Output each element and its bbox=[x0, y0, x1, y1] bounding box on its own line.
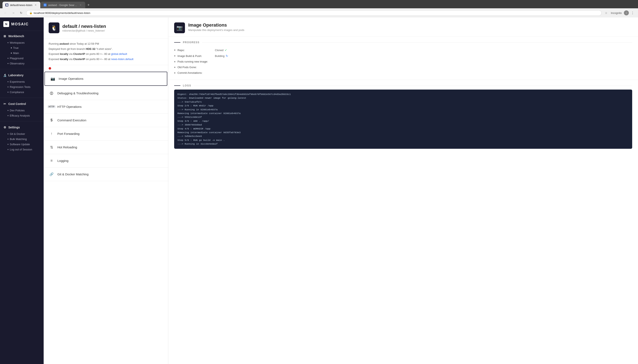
menu-icon[interactable]: ⋮ bbox=[630, 10, 636, 16]
sidebar-item-git-docker[interactable]: ▾ Git & Docker bbox=[0, 131, 44, 136]
logo-text: MOSAIC bbox=[11, 22, 29, 26]
hot-reload-icon: ⇅ bbox=[49, 144, 54, 150]
tab-close-1[interactable]: ✕ bbox=[34, 3, 38, 7]
expose-1-info: Exposed locally via ClusterIP on ports 8… bbox=[49, 52, 163, 57]
sidebar-item-true[interactable]: True bbox=[0, 45, 44, 50]
operation-cmd-exec[interactable]: $ Command Execution bbox=[44, 114, 168, 127]
operation-debug[interactable]: Debugging & Troubleshooting bbox=[44, 87, 168, 100]
branch-info: Deployed from git from branch HDE-32-"t-… bbox=[49, 46, 163, 52]
chevron-bulk-matching: ▾ bbox=[8, 138, 8, 140]
chevron-experiments: ▾ bbox=[8, 80, 8, 83]
address-input[interactable]: 🔒 localhost:9000/deployments/default/new… bbox=[26, 10, 602, 16]
running-info: Running asdasd since Today at 12:59 PM bbox=[49, 41, 163, 46]
log-line: ---> 5d50e5ccbee6 bbox=[178, 134, 629, 138]
sidebar-item-experiments[interactable]: ▾ Experiments bbox=[0, 79, 44, 84]
browser-chrome: 📄 default/news-listen ✕ G asdasd - Googl… bbox=[0, 0, 638, 8]
sidebar: N MOSAIC ⊞ Workbench ▾ Workspaces True bbox=[0, 18, 44, 364]
branch-name: HDE-32 bbox=[86, 47, 95, 50]
chevron-regression: ▾ bbox=[8, 86, 8, 88]
main-label: Main bbox=[13, 52, 19, 55]
image-build-value-text: Building bbox=[215, 54, 224, 58]
sidebar-item-bulk-matching[interactable]: ▾ Bulk Matching bbox=[0, 136, 44, 142]
sidebar-item-cost-control[interactable]: ✂ Cost Control bbox=[0, 100, 44, 108]
forward-button[interactable]: → bbox=[10, 10, 16, 16]
sidebar-item-main[interactable]: Main bbox=[0, 50, 44, 56]
operation-http-ops[interactable]: HTTP HTTP Operations bbox=[44, 100, 168, 114]
progress-item-image-build: Image Build & Push: Building ↻ bbox=[174, 53, 632, 59]
git-docker-match-icon: 🔗 bbox=[49, 172, 54, 177]
log-line: Step 2/6 : RUN mkdir /app bbox=[178, 104, 629, 108]
label-pods-running: Pods running new image: bbox=[178, 60, 215, 63]
repo-value-text: Cloned bbox=[215, 48, 224, 52]
right-panel-subtitle: Manipulate this deployment's images and … bbox=[188, 28, 244, 32]
main-content: 🐧 default / news-listen robonectar@githu… bbox=[44, 18, 638, 364]
log-terminal: Digest: sha256:793ef107402fbed57a9c29941… bbox=[174, 90, 632, 149]
new-tab-button[interactable]: + bbox=[86, 2, 92, 8]
deployment-header: 🐧 default / news-listen robonectar@githu… bbox=[44, 18, 168, 38]
operation-git-docker-match[interactable]: 🔗 Git & Docker Matching bbox=[44, 168, 168, 181]
log-line: Removing intermediate container 92801eb4… bbox=[178, 112, 629, 115]
bullet-pods-running bbox=[174, 61, 176, 62]
sidebar-item-dev-policies[interactable]: ▾ Dev Policies bbox=[0, 108, 44, 113]
label-image-build: Image Build & Push: bbox=[178, 54, 215, 58]
sidebar-section-cost-control: ✂ Cost Control ▾ Dev Policies ▾ Efficacy… bbox=[0, 99, 44, 120]
operation-logging[interactable]: ≡ Logging bbox=[44, 154, 168, 168]
back-button[interactable]: ← bbox=[2, 10, 8, 16]
sidebar-item-observatory[interactable]: ▾ Observatory bbox=[0, 61, 44, 66]
sidebar-item-regression-tests[interactable]: ▾ Regression Tests bbox=[0, 84, 44, 90]
sidebar-item-laboratory[interactable]: 🔬 Laboratory bbox=[0, 72, 44, 79]
debug-label: Debugging & Troubleshooting bbox=[57, 92, 98, 95]
sidebar-item-efficacy-analysis[interactable]: ▾ Efficacy Analysis bbox=[0, 113, 44, 118]
bulk-matching-label: Bulk Matching bbox=[10, 138, 27, 141]
compliance-label: Compliance bbox=[10, 90, 24, 94]
sidebar-section-settings: ⚙ Settings ▾ Git & Docker ▾ Bulk Matchin… bbox=[0, 122, 44, 154]
log-line: ---> 3b097603ddad bbox=[178, 123, 629, 127]
sidebar-item-settings[interactable]: ⚙ Settings bbox=[0, 124, 44, 131]
log-line: Step 4/6 : WORKDIR /app bbox=[178, 127, 629, 131]
center-panel: 🐧 default / news-listen robonectar@githu… bbox=[44, 18, 168, 364]
expose-1-link[interactable]: global.default bbox=[111, 52, 127, 56]
log-line: Digest: sha256:793ef107402fbed57a9c29941… bbox=[178, 92, 629, 96]
deployment-subtitle: robonectar@github / news_listener/ bbox=[62, 29, 106, 32]
svg-point-1 bbox=[51, 93, 52, 94]
tab-close-2[interactable]: ✕ bbox=[79, 3, 82, 7]
browser-tabs: 📄 default/news-listen ✕ G asdasd - Googl… bbox=[2, 2, 636, 8]
right-panel-info: Image Operations Manipulate this deploym… bbox=[188, 22, 244, 32]
operation-port-forward[interactable]: ↑ Port Forwarding bbox=[44, 127, 168, 141]
sidebar-item-software-update[interactable]: ▾ Software Update bbox=[0, 142, 44, 147]
log-line: Step 3/6 : ADD . /app/ bbox=[178, 119, 629, 123]
expose-2-link[interactable]: news-listen.default bbox=[111, 58, 134, 61]
browser-tab-2[interactable]: G asdasd - Google Search ✕ bbox=[41, 2, 85, 8]
http-icon: HTTP bbox=[49, 104, 54, 110]
operation-hot-reload[interactable]: ⇅ Hot Reloading bbox=[44, 141, 168, 154]
bullet-old-pods bbox=[174, 67, 176, 68]
browser-tab-active[interactable]: 📄 default/news-listen ✕ bbox=[2, 2, 40, 8]
browser-extras: ☆ Incognito i ⋮ bbox=[604, 10, 636, 16]
right-panel-icon: 📷 bbox=[174, 22, 185, 33]
profile-icon[interactable]: i bbox=[624, 10, 629, 15]
log-out-label: Log out of Session bbox=[10, 148, 32, 151]
reload-button[interactable]: ↻ bbox=[18, 10, 24, 16]
cost-control-icon: ✂ bbox=[3, 102, 7, 106]
laboratory-icon: 🔬 bbox=[3, 73, 7, 77]
progress-item-old-pods: Old Pods Gone: bbox=[174, 64, 632, 70]
incognito-label: Incognito bbox=[610, 10, 623, 15]
bookmark-icon[interactable]: ☆ bbox=[604, 10, 609, 15]
logs-section: LOGS Digest: sha256:793ef107402fbed57a9c… bbox=[168, 80, 638, 153]
sidebar-item-compliance[interactable]: ▾ Compliance bbox=[0, 90, 44, 95]
value-image-build: Building ↻ bbox=[215, 54, 228, 58]
true-label: True bbox=[13, 46, 18, 50]
sidebar-section-workbench: ⊞ Workbench ▾ Workspaces True Main ▾ bbox=[0, 31, 44, 68]
settings-label: Settings bbox=[8, 126, 20, 129]
sidebar-item-playground[interactable]: ▾ Playground bbox=[0, 56, 44, 61]
sidebar-logo: N MOSAIC bbox=[0, 18, 44, 31]
workbench-label: Workbench bbox=[8, 34, 24, 38]
right-panel-title: Image Operations bbox=[188, 22, 244, 28]
sidebar-item-workspaces[interactable]: ▾ Workspaces bbox=[0, 40, 44, 45]
divider-1 bbox=[0, 69, 44, 69]
right-panel-header: 📷 Image Operations Manipulate this deplo… bbox=[168, 18, 638, 37]
sidebar-item-log-out[interactable]: ▾ Log out of Session bbox=[0, 147, 44, 152]
regression-label: Regression Tests bbox=[10, 86, 30, 88]
sidebar-item-workbench[interactable]: ⊞ Workbench bbox=[0, 32, 44, 40]
operation-image-ops[interactable]: 📷 Image Operations bbox=[44, 72, 167, 86]
